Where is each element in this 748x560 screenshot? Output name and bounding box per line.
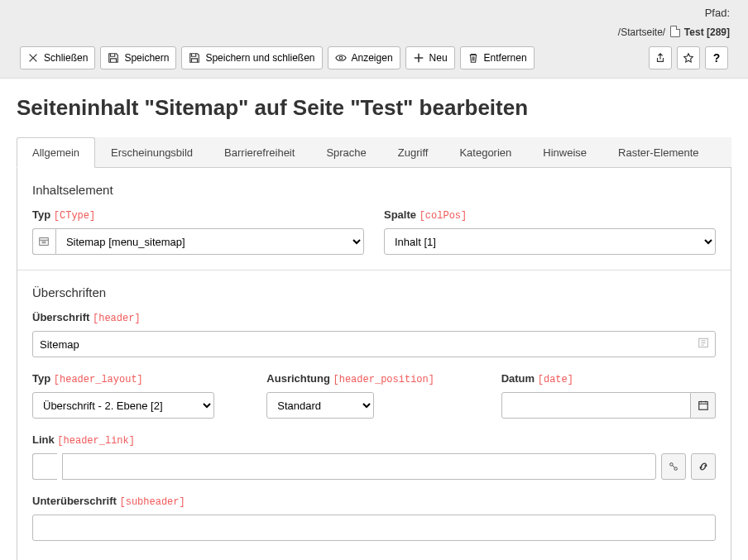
tab-panel: Inhaltselement Typ [CType] Sitemap [menu…	[17, 168, 731, 560]
svg-point-0	[339, 56, 343, 60]
wizard-icon[interactable]	[698, 337, 709, 352]
toolbar: Schließen Speichern Speichern und schlie…	[10, 43, 738, 78]
header-layout-select[interactable]: Überschrift - 2. Ebene [2]	[32, 392, 214, 419]
calendar-icon	[698, 400, 709, 411]
tab-raster-elemente[interactable]: Raster-Elemente	[602, 137, 715, 168]
ctype-label: Typ [CType]	[32, 208, 364, 222]
tab-sprache[interactable]: Sprache	[310, 137, 381, 168]
date-input[interactable]	[501, 392, 691, 419]
ctype-select[interactable]: Sitemap [menu_sitemap]	[55, 228, 364, 255]
breadcrumb-page[interactable]: Test	[684, 26, 704, 38]
link-browse-button[interactable]	[691, 453, 716, 480]
header-position-select[interactable]: Standard	[266, 392, 374, 419]
help-button[interactable]: ?	[705, 46, 728, 69]
save-icon	[108, 52, 119, 64]
tab-erscheinungsbild[interactable]: Erscheinungsbild	[95, 137, 209, 168]
breadcrumb-path[interactable]: /Startseite/	[618, 26, 665, 38]
tabs: Allgemein Erscheinungsbild Barrierefreih…	[17, 137, 731, 168]
date-label: Datum [date]	[501, 372, 716, 385]
page-icon	[670, 26, 680, 37]
svg-rect-3	[698, 402, 707, 410]
link-icon	[698, 461, 709, 472]
header-link-input[interactable]	[62, 453, 656, 480]
close-icon	[27, 52, 39, 64]
header-layout-label: Typ [header_layout]	[32, 372, 247, 385]
link-wizard-button[interactable]	[661, 453, 686, 480]
share-button[interactable]	[649, 46, 672, 69]
view-button[interactable]: Anzeigen	[328, 46, 400, 69]
header-label: Überschrift [header]	[32, 311, 716, 324]
tab-kategorien[interactable]: Kategorien	[444, 137, 527, 168]
colpos-label: Spalte [colPos]	[384, 208, 716, 222]
date-picker-button[interactable]	[691, 392, 716, 419]
star-icon	[683, 52, 694, 64]
new-button[interactable]: Neu	[405, 46, 455, 69]
bookmark-button[interactable]	[677, 46, 700, 69]
save-close-button[interactable]: Speichern und schließen	[181, 46, 322, 69]
link-wizard-icon	[668, 461, 679, 472]
delete-button[interactable]: Entfernen	[460, 46, 535, 69]
tab-zugriff[interactable]: Zugriff	[382, 137, 444, 168]
eye-icon	[335, 52, 347, 64]
ctype-icon	[32, 228, 55, 255]
save-button[interactable]: Speichern	[100, 46, 176, 69]
tab-barrierefreiheit[interactable]: Barrierefreiheit	[209, 137, 310, 168]
plus-icon	[413, 52, 424, 64]
trash-icon	[468, 52, 479, 64]
tab-hinweise[interactable]: Hinweise	[527, 137, 602, 168]
help-icon: ?	[713, 51, 721, 65]
subheader-input[interactable]	[32, 515, 716, 541]
header-position-label: Ausrichtung [header_position]	[266, 372, 481, 385]
svg-point-5	[674, 467, 678, 471]
section-ueberschriften: Überschriften	[32, 285, 716, 299]
breadcrumb-id: [289]	[707, 26, 730, 38]
breadcrumb: Pfad: /Startseite/ Test [289]	[10, 5, 738, 43]
header-input[interactable]	[32, 331, 716, 357]
page-title: Seiteninhalt "Sitemap" auf Seite "Test" …	[17, 95, 731, 121]
save-close-icon	[189, 52, 200, 64]
colpos-select[interactable]: Inhalt [1]	[384, 228, 716, 255]
subheader-label: Unterüberschrift [subheader]	[32, 495, 716, 508]
tab-allgemein[interactable]: Allgemein	[17, 137, 95, 168]
svg-point-4	[670, 463, 674, 467]
link-prefix-icon	[32, 453, 57, 480]
close-button[interactable]: Schließen	[20, 46, 95, 69]
share-icon	[654, 52, 666, 64]
header-link-label: Link [header_link]	[32, 433, 716, 447]
section-inhaltselement: Inhaltselement	[32, 183, 716, 197]
breadcrumb-label: Pfad:	[18, 7, 730, 19]
